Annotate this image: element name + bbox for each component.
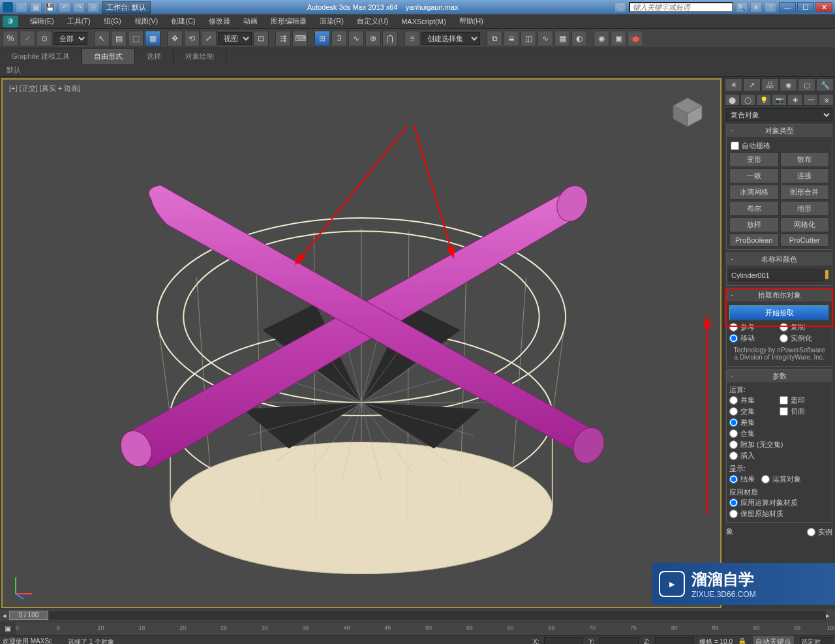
undo-icon[interactable]: ↶ [59,2,70,12]
named-sel-icon[interactable]: ≡ [404,31,420,46]
menu-help[interactable]: 帮助(H) [453,15,490,27]
ref-coord-system[interactable]: 视图 [218,32,252,45]
select-manip-icon[interactable]: ⇶ [275,31,291,46]
spinner-snap-icon[interactable]: ⊕ [365,31,381,46]
render-frame-icon[interactable]: ▣ [611,31,626,46]
curve-editor-icon[interactable]: ∿ [538,31,553,46]
schematic-icon[interactable]: ▦ [554,31,570,46]
rollout-header[interactable]: 拾取布尔对象 [727,289,832,301]
viewport[interactable]: [+] [正交] [真实 + 边面] [1,78,721,608]
blobmesh-button[interactable]: 水滴网格 [729,185,779,200]
scale-tool-icon[interactable]: ⤢ [201,31,217,46]
motion-tab-icon[interactable]: ◉ [780,78,797,91]
helpers-subtab-icon[interactable]: ✚ [787,94,802,106]
applymat1-radio[interactable] [729,498,738,507]
spacewarps-subtab-icon[interactable]: 〰 [803,94,818,106]
angle-snap-icon[interactable]: 3 [331,31,347,46]
open-icon[interactable]: ▣ [30,2,42,12]
procutter-button[interactable]: ProCutter [780,234,830,247]
menu-rendering[interactable]: 渲染(R) [313,15,350,27]
snap-toggle-icon[interactable]: ⊞ [314,31,330,46]
menu-group[interactable]: 组(G) [97,15,128,27]
menu-animation[interactable]: 动画 [237,15,264,27]
layer-icon[interactable]: ◫ [521,31,536,46]
link-icon[interactable]: ⎘ [87,2,99,12]
z-input[interactable] [655,637,694,644]
ribbon-tab-objpaint[interactable]: 对象绘制 [174,49,226,64]
move-radio[interactable] [729,334,738,343]
autokey-button[interactable]: 自动关键点 [752,636,795,644]
bind-tool-icon[interactable]: ⊙ [37,31,52,46]
window-crossing-icon[interactable]: ▦ [145,31,160,46]
pivot-icon[interactable]: ⊡ [253,31,269,46]
utilities-tab-icon[interactable]: 🔧 [816,78,834,91]
rect-select-icon[interactable]: ⬚ [128,31,144,46]
close-button[interactable]: ✕ [815,2,832,12]
new-icon[interactable]: ▫ [16,2,27,12]
star-icon[interactable]: ★ [750,2,762,12]
trackbar-toggle-icon[interactable]: ▣ [0,624,16,633]
ribbon-subtab[interactable]: 默认 [0,64,835,77]
connect-button[interactable]: 连接 [780,168,830,183]
terrain-button[interactable]: 地形 [780,201,830,216]
rollout-header[interactable]: 名称和颜色 [727,253,832,266]
copy-radio[interactable] [780,323,788,331]
ref-radio[interactable] [729,323,738,331]
ribbon-tab-selection[interactable]: 选择 [135,49,174,64]
lock-icon[interactable]: 🔒 [738,637,747,644]
create-tab-icon[interactable]: ☀ [725,78,742,91]
subtract-radio[interactable] [729,418,738,427]
minimize-button[interactable]: — [779,2,796,12]
attach-radio[interactable] [729,440,738,449]
redo-icon[interactable]: ↷ [73,2,85,12]
result-radio[interactable] [729,475,738,483]
applymat2-radio[interactable] [729,510,738,518]
cameras-subtab-icon[interactable]: 📷 [772,94,787,106]
app-menu-icon[interactable]: ③ [3,16,18,27]
autogrid-checkbox[interactable] [731,142,739,150]
proboolean-button[interactable]: ProBoolean [729,234,779,247]
menu-graph[interactable]: 图形编辑器 [264,15,313,27]
ribbon-tab-graphite[interactable]: Graphite 建模工具 [0,49,82,64]
operands-radio[interactable] [761,475,770,483]
selection-filter[interactable]: 全部 [53,32,87,45]
insert-radio[interactable] [729,452,738,460]
menu-views[interactable]: 视图(V) [128,15,165,27]
percent-snap-icon[interactable]: ∿ [348,31,364,46]
category-dropdown[interactable]: 复合对象 [726,108,832,121]
loft-button[interactable]: 放样 [729,217,779,232]
render-setup-icon[interactable]: ◉ [594,31,609,46]
search-icon[interactable]: 🔍 [736,2,748,12]
timeline-left-icon[interactable]: ◂ [3,611,9,620]
ribbon-tab-freeform[interactable]: 自由形式 [82,49,135,64]
y-input[interactable] [600,637,639,644]
geometry-subtab-icon[interactable]: ⬤ [725,94,740,106]
object-color-swatch[interactable] [825,269,829,280]
object-name-input[interactable] [729,269,823,281]
scatter-button[interactable]: 散布 [780,152,830,167]
systems-subtab-icon[interactable]: ※ [819,94,834,106]
modify-tab-icon[interactable]: ↗ [743,78,761,91]
help-icon[interactable]: ? [765,2,776,12]
maximize-button[interactable]: ☐ [797,2,814,12]
x-input[interactable] [544,637,583,644]
mesher-button[interactable]: 网格化 [780,217,830,232]
save-icon[interactable]: 💾 [44,2,56,12]
timeline-right-icon[interactable]: ▸ [826,611,832,620]
morph-button[interactable]: 变形 [729,152,779,167]
link-tool-icon[interactable]: % [3,31,18,46]
time-slider[interactable]: 0 / 100 [9,611,826,620]
menu-tools[interactable]: 工具(T) [61,15,97,27]
rollout-header[interactable]: 参数 [727,370,832,382]
select-tool-icon[interactable]: ↖ [94,31,110,46]
track-scale[interactable]: 0510 152025 303540 455055 606570 758085 … [16,622,835,635]
display-tab-icon[interactable]: ▢ [798,78,815,91]
material-editor-icon[interactable]: ◐ [571,31,587,46]
select-name-icon[interactable]: ▤ [111,31,127,46]
info-icon[interactable]: ⓘ [615,2,626,12]
align-icon[interactable]: ≣ [504,31,519,46]
shapes-subtab-icon[interactable]: ◯ [740,94,755,106]
start-pick-button[interactable]: 开始拾取 [729,305,829,320]
menu-customize[interactable]: 自定义(U) [350,15,395,27]
mirror-icon[interactable]: ⧉ [487,31,502,46]
